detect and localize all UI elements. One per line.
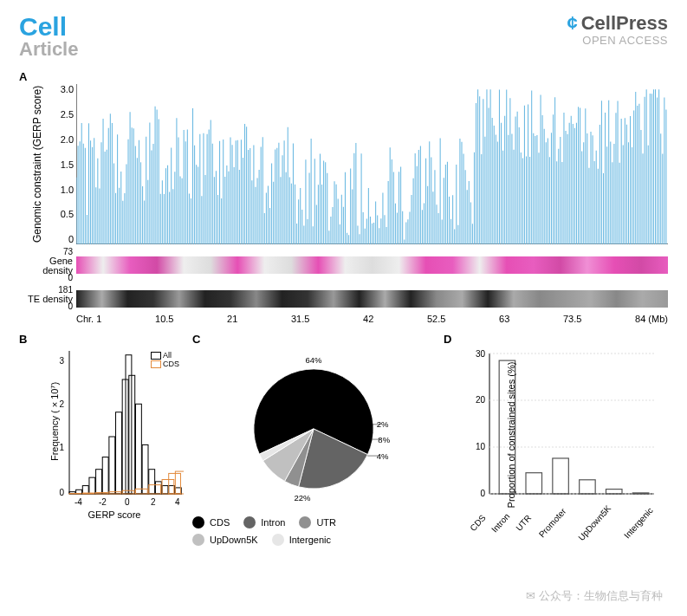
panel-d-ylabel: Proportion of constrained sites (%) bbox=[506, 362, 516, 509]
watermark-text: 公众号：生物信息与育种 bbox=[539, 589, 663, 602]
svg-text:4: 4 bbox=[175, 497, 180, 507]
xtick: Intergenic bbox=[622, 506, 655, 541]
svg-rect-387 bbox=[580, 480, 596, 494]
publisher-block: ¢ CellPress OPEN ACCESS bbox=[567, 12, 668, 47]
legend-item: Intron bbox=[261, 517, 285, 528]
svg-text:0: 0 bbox=[480, 489, 485, 498]
panel-b-xlabel: GERP score bbox=[45, 509, 184, 520]
svg-rect-350 bbox=[142, 445, 148, 495]
article-type: Article bbox=[19, 39, 78, 60]
publisher-name: CellPress bbox=[581, 12, 668, 35]
xtick: 63 bbox=[499, 314, 509, 324]
panel-b-label: B bbox=[19, 333, 27, 346]
xtick: 31.5 bbox=[291, 314, 309, 324]
legend-item: Intergenic bbox=[289, 535, 331, 545]
svg-rect-343 bbox=[102, 457, 108, 494]
svg-rect-351 bbox=[149, 470, 155, 494]
panel-c-legend: CDS Intron UTR UpDown5K Intergenic bbox=[192, 516, 435, 546]
xtick: 84 (Mb) bbox=[635, 314, 668, 324]
ytick: 3.0 bbox=[55, 84, 74, 94]
svg-rect-357 bbox=[82, 493, 94, 494]
svg-rect-345 bbox=[116, 412, 122, 494]
legend-item: CDS bbox=[210, 517, 230, 528]
svg-rect-388 bbox=[606, 490, 623, 494]
ytick: 2.0 bbox=[55, 134, 74, 145]
svg-rect-365 bbox=[175, 471, 184, 494]
te-density-text: TE density bbox=[19, 295, 73, 304]
gene-density-heatmap bbox=[76, 256, 668, 274]
svg-rect-341 bbox=[89, 477, 95, 494]
panel-a: A Genomic constraint (GERP score) 3.0 2.… bbox=[19, 68, 668, 324]
ytick: 2.5 bbox=[55, 109, 74, 120]
ytick: 0.5 bbox=[55, 209, 74, 219]
svg-text:3: 3 bbox=[59, 356, 64, 366]
ytick: 0 bbox=[55, 234, 74, 244]
open-access-label: OPEN ACCESS bbox=[567, 34, 668, 47]
pie-label-intron: 22% bbox=[295, 493, 312, 503]
svg-rect-353 bbox=[162, 486, 168, 494]
page-header: Cell Article ¢ CellPress OPEN ACCESS bbox=[0, 0, 687, 65]
te-min: 0 bbox=[68, 302, 73, 311]
ytick: 1.5 bbox=[55, 159, 74, 170]
journal-name: Cell bbox=[19, 12, 78, 41]
svg-text:0: 0 bbox=[125, 497, 130, 507]
cellpress-icon: ¢ bbox=[567, 12, 577, 35]
wechat-icon: ✉ bbox=[526, 589, 535, 602]
svg-text:-2: -2 bbox=[99, 497, 107, 507]
panel-b-ylabel: Frequency ( × 10⁷) bbox=[49, 382, 61, 461]
legend-item: UpDown5K bbox=[210, 535, 258, 545]
xtick: 42 bbox=[363, 314, 373, 324]
xtick: 21 bbox=[227, 314, 237, 324]
svg-text:0: 0 bbox=[59, 488, 64, 497]
gene-density-text: Gene density bbox=[19, 256, 73, 276]
xtick: Promoter bbox=[537, 507, 568, 540]
panel-c: C 64% 22% 4% 8% 2% CDS Intron UTR Up bbox=[184, 331, 435, 551]
pie-label-cds: 64% bbox=[305, 355, 322, 365]
panel-b: B Frequency ( × 10⁷) 0 1 2 3 -4 -2 0 2 4 bbox=[19, 331, 184, 551]
ytick: 1.0 bbox=[55, 185, 74, 195]
xtick: 10.5 bbox=[155, 314, 173, 324]
panel-c-pie: 64% 22% 4% 8% 2% bbox=[231, 347, 396, 511]
legend-all: All bbox=[163, 351, 172, 360]
xtick: Chr. 1 bbox=[76, 314, 101, 324]
panel-d-xticks: CDS Intron UTR Promoter UpDown5K Interge… bbox=[468, 511, 658, 528]
panel-a-ylabel: Genomic constraint (GERP score) bbox=[19, 84, 55, 244]
svg-text:20: 20 bbox=[476, 395, 486, 405]
panel-a-label: A bbox=[19, 70, 27, 83]
svg-rect-349 bbox=[135, 404, 141, 494]
svg-text:2: 2 bbox=[151, 497, 156, 507]
panel-a-yticks: 3.0 2.5 2.0 1.5 1.0 0.5 0 bbox=[55, 84, 76, 244]
svg-text:-4: -4 bbox=[75, 497, 82, 507]
panel-c-label: C bbox=[192, 333, 200, 346]
xtick: Intron bbox=[490, 512, 512, 535]
panel-b-chart: 0 1 2 3 -4 -2 0 2 4 bbox=[45, 347, 184, 507]
xtick: 73.5 bbox=[563, 314, 581, 324]
gene-min: 0 bbox=[68, 273, 73, 282]
svg-rect-389 bbox=[632, 493, 649, 494]
legend-cds: CDS bbox=[163, 360, 179, 368]
te-density-heatmap bbox=[76, 290, 668, 308]
xtick: 52.5 bbox=[427, 314, 445, 324]
svg-rect-385 bbox=[526, 473, 542, 494]
legend-item: UTR bbox=[316, 517, 336, 528]
svg-rect-386 bbox=[553, 458, 569, 494]
figure: A Genomic constraint (GERP score) 3.0 2.… bbox=[0, 65, 687, 551]
svg-text:10: 10 bbox=[476, 442, 486, 451]
journal-block: Cell Article bbox=[19, 12, 78, 60]
te-density-label: 181 TE density 0 bbox=[19, 286, 76, 311]
gene-density-label: 73 Gene density 0 bbox=[19, 248, 76, 282]
watermark: ✉公众号：生物信息与育种 bbox=[519, 587, 670, 606]
svg-rect-342 bbox=[96, 470, 102, 494]
panel-d: D Proportion of constrained sites (%) 0 … bbox=[435, 331, 651, 551]
panel-b-legend: All CDS bbox=[151, 351, 179, 368]
svg-rect-344 bbox=[109, 437, 115, 494]
xtick: CDS bbox=[469, 513, 488, 533]
xtick: UTR bbox=[514, 513, 533, 533]
panel-a-xticks: Chr. 1 10.5 21 31.5 42 52.5 63 73.5 84 (… bbox=[19, 314, 668, 324]
panel-d-chart: 0 10 20 30 bbox=[468, 347, 658, 511]
panel-d-label: D bbox=[444, 333, 451, 346]
panel-a-chart bbox=[76, 84, 668, 244]
svg-text:30: 30 bbox=[476, 349, 486, 359]
